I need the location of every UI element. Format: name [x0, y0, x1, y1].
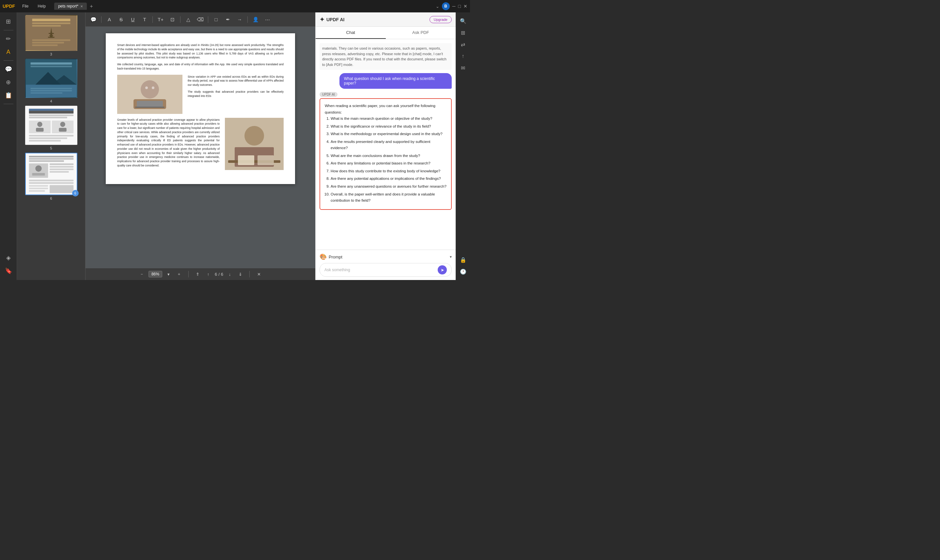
send-button[interactable]: ➤	[438, 265, 447, 274]
svg-rect-2	[32, 23, 70, 24]
comment-tool[interactable]: 💬	[88, 14, 98, 25]
shapes-tool[interactable]: △	[183, 14, 194, 25]
thumbnail-3[interactable]: 3	[20, 15, 83, 56]
separator-4	[208, 16, 208, 23]
tab-close-icon[interactable]: ✕	[80, 5, 83, 8]
lock-right-icon[interactable]: 🔒	[458, 255, 468, 265]
edit-icon[interactable]: ✏	[3, 33, 14, 45]
ocr-right-icon[interactable]: ⊞	[458, 28, 468, 38]
list-item: Are there any limitations or potential b…	[331, 160, 446, 167]
close-icon[interactable]: ✕	[463, 4, 468, 9]
minimize-icon[interactable]: ─	[452, 4, 455, 9]
next-page-button[interactable]: ↓	[226, 270, 234, 278]
last-page-button[interactable]: ⇓	[236, 270, 244, 278]
svg-rect-42	[49, 166, 74, 168]
zoom-out-button[interactable]: －	[138, 270, 146, 278]
zoom-display[interactable]: 86%	[149, 271, 162, 277]
insert-text-tool[interactable]: T+	[155, 14, 166, 25]
page-view-icon[interactable]: ⊞	[3, 16, 14, 28]
pdf-col-image	[117, 75, 182, 114]
svg-rect-9	[32, 42, 64, 43]
thumbnail-6[interactable]: 6 6	[20, 153, 83, 200]
underline-tool[interactable]: U	[128, 14, 138, 25]
prev-page-button[interactable]: ↑	[204, 270, 212, 278]
highlight-icon[interactable]: A	[3, 46, 14, 58]
svg-point-57	[152, 86, 154, 89]
separator-3	[180, 16, 180, 23]
zoom-in-button[interactable]: ＋	[175, 270, 183, 278]
list-item: What is the methodology or experimental …	[331, 131, 446, 137]
page-indicator: 6 / 6	[215, 272, 223, 277]
convert-right-icon[interactable]: ⇄	[458, 39, 468, 49]
file-menu[interactable]: File	[19, 3, 32, 9]
list-item: What is the main research question or ob…	[331, 115, 446, 122]
svg-rect-6	[49, 35, 53, 36]
comment-icon[interactable]: 💬	[3, 63, 14, 75]
mail-right-icon[interactable]: ✉	[458, 63, 468, 73]
svg-rect-55	[135, 107, 165, 108]
svg-rect-18	[30, 90, 72, 91]
textbox-tool[interactable]: ⊡	[167, 14, 178, 25]
pdf-caption-2-text: The study suggests that advanced practic…	[188, 90, 284, 98]
tab-container: pets report* ✕ ＋	[54, 3, 433, 10]
tab-chat[interactable]: Chat	[315, 27, 386, 39]
active-tab[interactable]: pets report* ✕	[54, 3, 87, 10]
highlight-tool[interactable]: A	[104, 14, 115, 25]
arrow-tool[interactable]: →	[234, 14, 245, 25]
svg-rect-41	[49, 163, 74, 165]
strikethrough-tool[interactable]: S	[116, 14, 126, 25]
pdf-caption-1-text: Since variation in APP use existed acros…	[188, 75, 284, 87]
svg-rect-1	[32, 18, 70, 21]
new-tab-button[interactable]: ＋	[89, 3, 94, 10]
pen-tool[interactable]: ✒	[223, 14, 233, 25]
stamp-icon[interactable]: ⊕	[3, 76, 14, 88]
eraser-tool[interactable]: ⌫	[195, 14, 205, 25]
share-right-icon[interactable]: ↑	[458, 51, 468, 62]
pdf-viewer[interactable]: Smart devices and internet-based applica…	[86, 27, 315, 268]
clock-right-icon[interactable]: 🕐	[458, 266, 468, 277]
first-page-button[interactable]: ⇑	[194, 270, 202, 278]
user-avatar[interactable]: B	[442, 2, 450, 10]
pdf-col-caption-1: Since variation in APP use existed acros…	[188, 75, 284, 114]
svg-rect-5	[49, 33, 54, 34]
list-item: Overall, is the paper well-written and d…	[331, 191, 446, 204]
more-tool[interactable]: ⋯	[262, 14, 272, 25]
ai-logo-icon: ✦	[320, 16, 325, 23]
thumb-image-6	[25, 153, 77, 195]
close-bottom-button[interactable]: ✕	[255, 270, 263, 278]
separator-1	[101, 16, 102, 23]
thumb-num-4: 4	[50, 99, 52, 103]
bookmark-icon[interactable]: 🔖	[3, 265, 14, 277]
layers-icon[interactable]: ◈	[3, 252, 14, 264]
upgrade-button[interactable]: Upgrade	[429, 16, 452, 23]
content-area: 💬 A S U T T+ ⊡ △ ⌫ □ ✒ → 👤 ⋯ Smart devic…	[86, 12, 315, 280]
ai-header: ✦ UPDF AI Upgrade	[315, 12, 455, 27]
maximize-icon[interactable]: □	[458, 4, 461, 9]
svg-rect-33	[29, 140, 61, 142]
window-list-icon[interactable]: ⌄	[436, 4, 439, 9]
titlebar: UPDF File Help pets report* ✕ ＋ ⌄ B ─ □ …	[0, 0, 470, 12]
svg-rect-31	[29, 135, 74, 136]
help-menu[interactable]: Help	[34, 3, 49, 9]
main-layout: ⊞ ✏ A 💬 ⊕ 📋 ◈ 🔖	[0, 12, 470, 280]
thumbnail-5[interactable]: 5	[20, 106, 83, 150]
svg-rect-17	[30, 88, 72, 89]
text-color-tool[interactable]: T	[139, 14, 150, 25]
svg-rect-47	[49, 185, 74, 193]
ask-input[interactable]	[325, 268, 435, 272]
rectangle-tool[interactable]: □	[211, 14, 221, 25]
search-right-icon[interactable]: 🔍	[458, 16, 468, 26]
person-tool[interactable]: 👤	[250, 14, 261, 25]
ai-tabs: Chat Ask PDF	[315, 27, 455, 39]
form-icon[interactable]: 📋	[3, 89, 14, 101]
tab-ask-pdf[interactable]: Ask PDF	[386, 27, 456, 39]
svg-rect-12	[30, 62, 72, 65]
ai-chat-area[interactable]: materials. They can be used in various o…	[315, 39, 455, 250]
thumb-image-3	[25, 15, 77, 51]
zoom-dropdown-button[interactable]: ▾	[165, 270, 173, 278]
thumbnail-4[interactable]: 4	[20, 59, 83, 103]
thumb-num-5: 5	[50, 146, 52, 150]
thumbnail-panel: 3 4	[17, 12, 86, 280]
ai-notice: materials. They can be used in various o…	[320, 43, 452, 70]
pdf-para-3: Greater levels of advanced practice prov…	[117, 118, 220, 168]
